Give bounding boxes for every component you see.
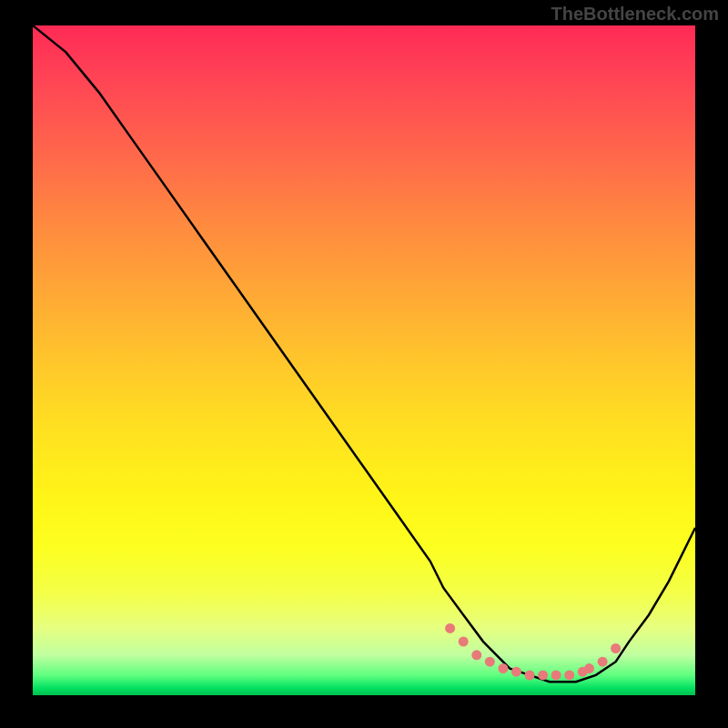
plot-area [33,25,695,695]
chart-container: TheBottleneck.com [0,0,728,728]
marker-point [564,670,574,680]
watermark-text: TheBottleneck.com [551,4,719,25]
marker-point [525,670,535,680]
marker-group [445,623,621,681]
marker-point [498,663,508,673]
marker-point [485,657,495,667]
marker-point [584,663,594,673]
marker-point [459,637,469,647]
marker-point [538,670,548,680]
marker-point [598,657,608,667]
marker-point [511,667,521,677]
marker-point [611,643,621,653]
marker-point [445,623,455,633]
bottleneck-curve-path [33,25,695,682]
marker-point [471,650,481,660]
chart-svg [33,25,695,695]
marker-point [551,670,561,680]
